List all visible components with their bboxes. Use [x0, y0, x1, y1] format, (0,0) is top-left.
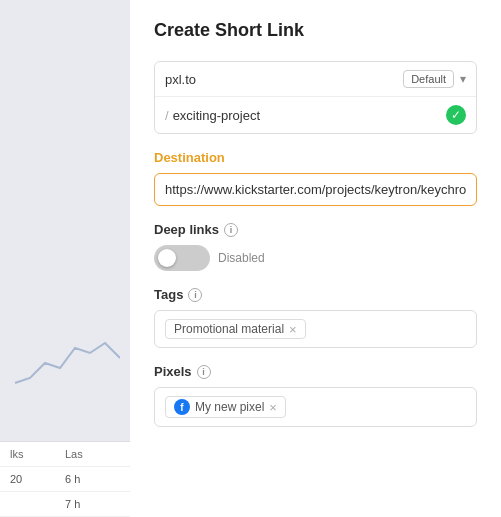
tag-chip-promotional: Promotional material ×: [165, 319, 306, 339]
destination-label: Destination: [154, 150, 477, 165]
background-table: lks Las 20 6 h 7 h: [0, 441, 130, 517]
tags-input-area[interactable]: Promotional material ×: [154, 310, 477, 348]
bg-row1-col1: 20: [10, 473, 65, 485]
tag-chip-text: Promotional material: [174, 322, 284, 336]
default-badge[interactable]: Default: [403, 70, 454, 88]
panel-title: Create Short Link: [154, 20, 477, 41]
facebook-pixel-icon: f: [174, 399, 190, 415]
pixel-chip-new: f My new pixel ×: [165, 396, 286, 418]
bg-row2-col2: 7 h: [65, 498, 120, 510]
deep-links-info-icon[interactable]: i: [224, 223, 238, 237]
destination-input[interactable]: [154, 173, 477, 206]
pixels-input-area[interactable]: f My new pixel ×: [154, 387, 477, 427]
toggle-label: Disabled: [218, 251, 265, 265]
pixels-info-icon[interactable]: i: [197, 365, 211, 379]
pixel-chip-text: My new pixel: [195, 400, 264, 414]
slug-value: exciting-project: [173, 108, 446, 123]
tags-info-icon[interactable]: i: [188, 288, 202, 302]
bg-col1-header: lks: [10, 448, 65, 460]
bg-row1-col2: 6 h: [65, 473, 120, 485]
bg-row2-col1: [10, 498, 65, 510]
link-input-group: pxl.to Default ▾ / exciting-project ✓: [154, 61, 477, 134]
tag-remove-icon[interactable]: ×: [289, 323, 297, 336]
tags-label: Tags: [154, 287, 183, 302]
create-short-link-panel: Create Short Link pxl.to Default ▾ / exc…: [130, 0, 501, 517]
deep-links-label: Deep links: [154, 222, 219, 237]
pixel-remove-icon[interactable]: ×: [269, 401, 277, 414]
pixels-section: Pixels i: [154, 364, 477, 379]
deep-links-toggle-container: Disabled: [154, 245, 477, 271]
tags-section: Tags i: [154, 287, 477, 302]
background-panel: lks Las 20 6 h 7 h: [0, 0, 130, 517]
domain-row[interactable]: pxl.to Default ▾: [155, 62, 476, 97]
deep-links-toggle[interactable]: [154, 245, 210, 271]
pixels-label: Pixels: [154, 364, 192, 379]
bg-col2-header: Las: [65, 448, 120, 460]
check-icon: ✓: [446, 105, 466, 125]
slug-row[interactable]: / exciting-project ✓: [155, 97, 476, 133]
slug-prefix: /: [165, 108, 169, 123]
deep-links-section: Deep links i: [154, 222, 477, 237]
background-chart: [10, 323, 120, 397]
chevron-down-icon[interactable]: ▾: [460, 72, 466, 86]
toggle-thumb: [158, 249, 176, 267]
domain-value: pxl.to: [165, 72, 403, 87]
toggle-track[interactable]: [154, 245, 210, 271]
